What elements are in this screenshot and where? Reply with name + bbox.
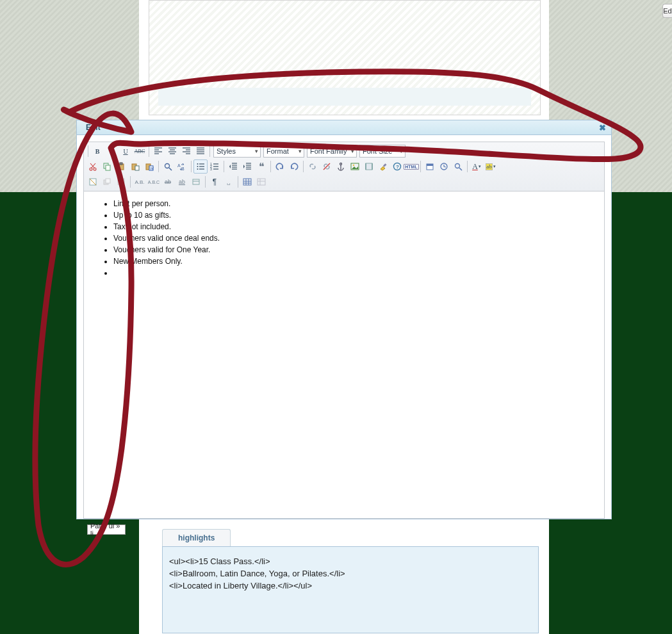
attributes-button[interactable] — [189, 175, 203, 189]
preview-button[interactable] — [451, 159, 465, 174]
separator — [130, 176, 131, 188]
svg-rect-21 — [120, 163, 122, 165]
svg-rect-58 — [372, 163, 373, 170]
help-button[interactable]: ? — [390, 159, 404, 174]
edge-button[interactable]: Ed — [662, 4, 672, 18]
strikethrough-button[interactable]: ABC — [133, 144, 147, 158]
list-item: Up to 10 as gifts. — [113, 209, 596, 221]
svg-rect-79 — [258, 179, 265, 185]
close-icon[interactable]: ✖ — [599, 123, 606, 133]
svg-rect-57 — [365, 163, 366, 170]
edit-dialog: Edit ✖ B I U ABC Styles — [76, 120, 612, 519]
move-forward-button[interactable] — [100, 175, 114, 189]
svg-rect-56 — [366, 163, 372, 170]
editor-path-bar[interactable]: Path: ul » li — [87, 524, 126, 535]
outdent-button[interactable] — [226, 159, 240, 174]
unlink-button[interactable] — [320, 159, 334, 174]
content-list: Limit per person. Up to 10 as gifts. Tax… — [104, 198, 596, 279]
svg-point-65 — [455, 164, 460, 168]
styles-select[interactable]: Styles — [213, 145, 261, 158]
separator — [88, 145, 88, 157]
italic-button[interactable]: I — [104, 144, 119, 158]
dialog-body: B I U ABC Styles Format Font Family Font… — [77, 135, 611, 519]
align-left-button[interactable] — [151, 144, 165, 158]
copy-button[interactable] — [100, 159, 114, 174]
separator — [209, 145, 210, 157]
acronym-button[interactable]: A.B.C — [147, 175, 161, 189]
separator — [149, 145, 149, 157]
svg-rect-72 — [193, 179, 199, 184]
media-button[interactable] — [362, 159, 376, 174]
bold-button[interactable]: B — [90, 144, 104, 158]
insert-time-button[interactable] — [437, 159, 451, 174]
align-center-button[interactable] — [165, 144, 179, 158]
svg-line-28 — [169, 168, 172, 170]
nbsp-button[interactable]: ␣ — [222, 175, 236, 189]
abbr-button[interactable]: A.B. — [133, 175, 147, 189]
separator — [238, 176, 238, 188]
editor-toolbar: B I U ABC Styles Format Font Family Font… — [84, 142, 604, 191]
table-button[interactable] — [240, 175, 254, 189]
image-button[interactable] — [348, 159, 362, 174]
html-button[interactable]: HTML — [404, 159, 418, 174]
cleanup-button[interactable] — [376, 159, 390, 174]
table-props-button[interactable] — [254, 175, 268, 189]
svg-text:3: 3 — [210, 167, 212, 171]
indent-button[interactable] — [240, 159, 254, 174]
content-placeholder-box — [149, 0, 541, 115]
toolbar-row-1: B I U ABC Styles Format Font Family Font… — [86, 143, 602, 159]
list-item: Vouchers valid for One Year. — [113, 244, 596, 256]
link-button[interactable] — [306, 159, 320, 174]
undo-button[interactable] — [273, 159, 287, 174]
separator — [420, 161, 421, 172]
find-button[interactable] — [161, 159, 175, 174]
align-right-button[interactable] — [179, 144, 193, 158]
blockquote-button[interactable]: ❝ — [254, 159, 268, 174]
format-select[interactable]: Format — [263, 145, 304, 158]
ins-button[interactable]: ab — [175, 175, 189, 189]
paste-text-button[interactable] — [128, 159, 142, 174]
editor-frame: B I U ABC Styles Format Font Family Font… — [83, 142, 605, 519]
separator — [224, 161, 224, 172]
paste-button[interactable] — [114, 159, 128, 174]
underline-button[interactable]: U — [119, 144, 133, 158]
paste-word-button[interactable]: W — [142, 159, 156, 174]
insert-layer-button[interactable] — [86, 175, 100, 189]
dialog-titlebar[interactable]: Edit ✖ — [77, 120, 611, 135]
visualchars-button[interactable]: ¶ — [208, 175, 222, 189]
svg-point-52 — [340, 163, 342, 165]
editor-content-area[interactable]: Limit per person. Up to 10 as gifts. Tax… — [84, 191, 604, 518]
align-justify-button[interactable] — [193, 144, 208, 158]
insert-date-button[interactable] — [423, 159, 437, 174]
svg-rect-71 — [118, 180, 122, 184]
svg-rect-59 — [383, 163, 387, 167]
svg-point-32 — [197, 166, 199, 167]
svg-point-55 — [353, 165, 355, 167]
svg-point-31 — [197, 163, 199, 165]
svg-point-33 — [197, 168, 199, 170]
forecolor-button[interactable]: A▾ — [470, 159, 484, 174]
replace-button[interactable]: AB — [175, 159, 189, 174]
separator — [270, 161, 271, 172]
redo-button[interactable] — [287, 159, 301, 174]
separator — [205, 176, 206, 188]
font-size-select[interactable]: Font Size — [359, 145, 406, 158]
highlights-textarea[interactable]: <ul><li>15 Class Pass.</li> <li>Ballroom… — [162, 546, 539, 633]
backcolor-button[interactable]: ab▾ — [484, 159, 498, 174]
dialog-title: Edit — [86, 123, 101, 132]
placeholder-inner — [158, 88, 531, 106]
svg-rect-19 — [106, 165, 110, 170]
font-family-select[interactable]: Font Family — [307, 145, 357, 158]
svg-text:A: A — [177, 163, 181, 168]
unordered-list-button[interactable] — [193, 159, 208, 174]
anchor-button[interactable] — [334, 159, 348, 174]
svg-rect-23 — [135, 166, 139, 170]
del-button[interactable]: ab — [161, 175, 175, 189]
highlights-section: highlights <ul><li>15 Class Pass.</li> <… — [162, 529, 541, 633]
move-backward-button[interactable] — [114, 175, 128, 189]
tab-label: highlights — [178, 533, 215, 542]
cut-button[interactable] — [86, 159, 100, 174]
tab-highlights[interactable]: highlights — [162, 529, 231, 546]
ordered-list-button[interactable]: 123 — [208, 159, 222, 174]
svg-text:?: ? — [396, 164, 399, 170]
